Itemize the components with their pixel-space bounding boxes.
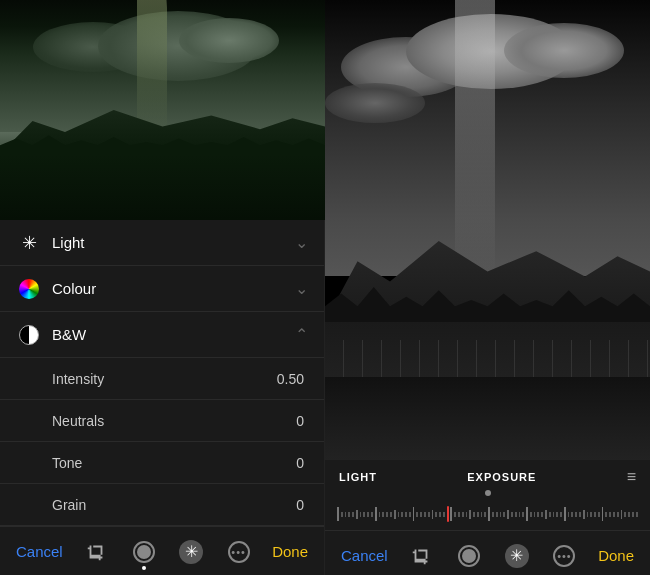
left-bottom-toolbar: Cancel ✳ ••• Done xyxy=(0,526,324,575)
setting-row-bw[interactable]: B&W ⌃ xyxy=(0,312,324,358)
slider-menu-icon: ≡ xyxy=(627,468,636,486)
light-chevron-down: ⌄ xyxy=(295,233,308,252)
color-wheel-icon xyxy=(16,276,42,302)
settings-panel: ✳ Light ⌄ Colour ⌄ B&W ⌃ Intensity 0.50 xyxy=(0,220,324,526)
slider-right-icon[interactable]: ≡ xyxy=(627,468,636,486)
colour-chevron-down: ⌄ xyxy=(295,279,308,298)
intensity-value: 0.50 xyxy=(277,371,304,387)
neutrals-label: Neutrals xyxy=(52,413,296,429)
sub-row-neutrals[interactable]: Neutrals 0 xyxy=(0,400,324,442)
light-label: Light xyxy=(52,234,295,251)
grain-value: 0 xyxy=(296,497,304,513)
sun-icon: ✳ xyxy=(16,230,42,256)
setting-row-colour[interactable]: Colour ⌄ xyxy=(0,266,324,312)
right-more-icon[interactable]: ••• xyxy=(550,542,578,570)
sub-row-grain[interactable]: Grain 0 xyxy=(0,484,324,526)
right-photo xyxy=(325,0,650,460)
bw-icon xyxy=(16,322,42,348)
grain-label: Grain xyxy=(52,497,296,513)
slider-center-label: EXPOSURE xyxy=(467,471,536,483)
bw-sub-settings: Intensity 0.50 Neutrals 0 Tone 0 Grain 0 xyxy=(0,358,324,526)
right-cancel-button[interactable]: Cancel xyxy=(341,547,388,564)
right-panel: LIGHT EXPOSURE ≡ Cancel xyxy=(325,0,650,575)
sub-row-intensity[interactable]: Intensity 0.50 xyxy=(0,358,324,400)
right-filter-icon[interactable] xyxy=(455,542,483,570)
slider-track[interactable] xyxy=(333,504,642,524)
left-panel: ✳ Light ⌄ Colour ⌄ B&W ⌃ Intensity 0.50 xyxy=(0,0,325,575)
slider-labels: LIGHT EXPOSURE ≡ xyxy=(325,460,650,490)
filter-icon[interactable] xyxy=(130,538,158,566)
left-done-button[interactable]: Done xyxy=(272,543,308,560)
exposure-dot xyxy=(485,490,491,496)
right-done-button[interactable]: Done xyxy=(598,547,634,564)
colour-label: Colour xyxy=(52,280,295,297)
more-icon[interactable]: ••• xyxy=(225,538,253,566)
tone-value: 0 xyxy=(296,455,304,471)
slider-container[interactable] xyxy=(333,498,642,530)
left-photo xyxy=(0,0,325,220)
neutrals-value: 0 xyxy=(296,413,304,429)
tone-label: Tone xyxy=(52,455,296,471)
intensity-label: Intensity xyxy=(52,371,277,387)
left-cancel-button[interactable]: Cancel xyxy=(16,543,63,560)
bw-label: B&W xyxy=(52,326,295,343)
bw-chevron-up: ⌃ xyxy=(295,325,308,344)
right-bottom-toolbar: Cancel ✳ ••• xyxy=(325,530,650,575)
right-slider-area: LIGHT EXPOSURE ≡ Cancel xyxy=(325,460,650,575)
right-crop-icon[interactable] xyxy=(407,542,435,570)
sub-row-tone[interactable]: Tone 0 xyxy=(0,442,324,484)
slider-left-label: LIGHT xyxy=(339,471,377,483)
setting-row-light[interactable]: ✳ Light ⌄ xyxy=(0,220,324,266)
right-adjust-active-icon[interactable]: ✳ xyxy=(503,542,531,570)
crop-icon[interactable] xyxy=(82,538,110,566)
adjust-active-icon[interactable]: ✳ xyxy=(177,538,205,566)
